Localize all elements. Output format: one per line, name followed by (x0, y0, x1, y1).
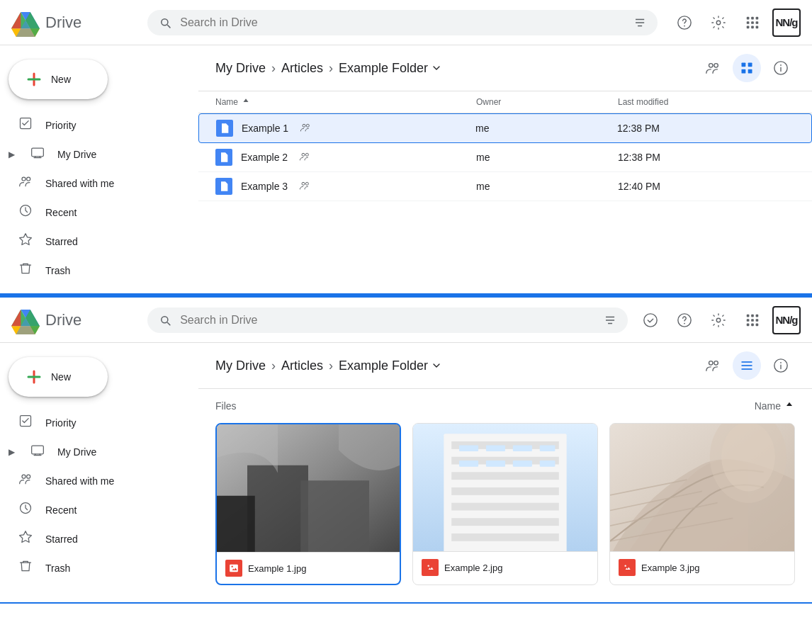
new-button-2[interactable]: New (9, 357, 108, 397)
breadcrumb-articles-2[interactable]: Articles (281, 358, 323, 373)
body-1: New Priority ▶ My Drive Shared with (0, 45, 812, 293)
svg-point-20 (27, 177, 30, 181)
search-bar-1[interactable] (147, 10, 658, 35)
breadcrumb-dropdown-icon-1[interactable] (431, 62, 442, 74)
search-icon-2 (159, 313, 171, 327)
trash-icon-1 (17, 261, 34, 279)
svg-rect-18 (32, 148, 44, 157)
list-view-button-2[interactable] (733, 351, 761, 380)
breadcrumb-bar-1: My Drive › Articles › Example Folder (198, 45, 812, 91)
svg-point-45 (302, 182, 305, 185)
svg-rect-80 (247, 465, 308, 552)
sidebar-item-priority-2[interactable]: Priority (0, 408, 187, 437)
svg-rect-58 (751, 319, 754, 322)
search-bar-2[interactable] (147, 307, 628, 333)
sidebar-item-starred-2[interactable]: Starred (0, 524, 187, 553)
search-input-1[interactable] (180, 16, 625, 29)
file-row-3[interactable]: Example 3 me 12:40 PM (198, 172, 812, 201)
grid-item-2[interactable]: Example 2.jpg (412, 423, 598, 585)
avatar-2[interactable]: NN/g (772, 306, 801, 334)
apps-button-1[interactable] (738, 9, 767, 37)
breadcrumb-sep-3: › (271, 358, 276, 373)
sort-control[interactable]: Name (755, 400, 795, 412)
breadcrumb-dropdown-icon-2[interactable] (431, 360, 442, 371)
breadcrumb-articles-1[interactable]: Articles (281, 61, 323, 76)
jpg-icon-1 (225, 560, 242, 577)
svg-point-36 (306, 124, 309, 127)
header-1: Drive NN/g (0, 0, 812, 45)
sidebar-2: New Priority ▶ My Drive Shared with (0, 343, 198, 602)
shared-icon-1 (17, 174, 34, 192)
sidebar-label-priority-1: Priority (45, 120, 77, 131)
search-icon-1 (159, 16, 171, 30)
svg-rect-82 (217, 496, 255, 552)
info-button-2[interactable] (767, 351, 795, 380)
thumbnail-2 (413, 424, 597, 551)
help-button-1[interactable] (670, 9, 699, 37)
sidebar-item-priority-1[interactable]: Priority (0, 111, 187, 140)
svg-rect-13 (751, 26, 754, 28)
help-button-2[interactable] (670, 306, 699, 334)
settings-button-2[interactable] (704, 306, 733, 334)
svg-point-68 (27, 475, 30, 478)
sidebar-item-trash-1[interactable]: Trash (0, 256, 187, 285)
file-row-1[interactable]: Example 1 me 12:38 PM (198, 113, 812, 143)
grid-view-button-1[interactable] (733, 54, 761, 82)
breadcrumb-mydrive-1[interactable]: My Drive (215, 61, 266, 76)
svg-point-78 (780, 362, 782, 363)
share-folder-button-1[interactable] (699, 54, 727, 82)
avatar-1[interactable]: NN/g (772, 9, 801, 37)
breadcrumb-mydrive-2[interactable]: My Drive (215, 358, 266, 373)
svg-rect-26 (748, 63, 752, 67)
grid-item-1[interactable]: Example 1.jpg (215, 423, 401, 585)
file-name-cell-2: Example 2 (215, 149, 476, 166)
sidebar-item-trash-2[interactable]: Trash (0, 553, 187, 582)
svg-point-35 (303, 124, 305, 127)
grid-item-3[interactable]: Example 3.jpg (609, 423, 795, 585)
sidebar-item-starred-1[interactable]: Starred (0, 227, 187, 256)
svg-point-50 (644, 313, 657, 326)
doc-icon-2 (215, 149, 232, 166)
share-folder-button-2[interactable] (699, 351, 727, 380)
breadcrumb-sep-1: › (271, 61, 276, 76)
file-row-2[interactable]: Example 2 me 12:38 PM (198, 143, 812, 172)
svg-rect-98 (459, 461, 478, 467)
new-button-1[interactable]: New (9, 60, 108, 99)
info-button-1[interactable] (767, 54, 795, 82)
task-button-2[interactable] (636, 306, 665, 334)
files-label: Files (215, 400, 237, 412)
search-input-2[interactable] (180, 314, 595, 327)
svg-rect-27 (742, 69, 746, 74)
svg-point-19 (22, 177, 26, 181)
sidebar-label-trash-2: Trash (45, 563, 70, 574)
jpg-icon-2 (422, 559, 439, 576)
sidebar-item-shared-1[interactable]: Shared with me (0, 169, 187, 198)
trash-icon-2 (17, 559, 34, 577)
sidebar-item-recent-2[interactable]: Recent (0, 495, 187, 524)
filter-icon-2[interactable] (604, 313, 616, 327)
body-2: New Priority ▶ My Drive Shared with (0, 343, 812, 602)
sidebar-item-shared-2[interactable]: Shared with me (0, 466, 187, 495)
app-name-1: Drive (45, 13, 81, 32)
starred-icon-1 (17, 232, 34, 250)
col-name-header-1[interactable]: Name (215, 97, 476, 107)
sidebar-item-mydrive-1[interactable]: ▶ My Drive (0, 140, 187, 169)
svg-rect-54 (747, 314, 750, 317)
sidebar-item-recent-1[interactable]: Recent (0, 198, 187, 227)
apps-button-2[interactable] (738, 306, 767, 334)
svg-rect-8 (756, 16, 759, 19)
svg-rect-59 (756, 319, 759, 322)
svg-marker-22 (20, 234, 32, 245)
breadcrumb-sep-4: › (329, 358, 333, 373)
drive-logo-2 (11, 306, 40, 334)
thumbnail-1 (217, 424, 400, 552)
header-icons-2: NN/g (636, 306, 801, 334)
svg-point-31 (780, 64, 782, 66)
filter-icon-1[interactable] (633, 16, 646, 30)
plus-icon-1 (26, 71, 43, 88)
sidebar-item-mydrive-2[interactable]: ▶ My Drive (0, 437, 187, 466)
grid-filename-1: Example 1.jpg (248, 563, 306, 574)
svg-rect-96 (513, 445, 532, 451)
svg-point-84 (232, 566, 233, 567)
settings-button-1[interactable] (704, 9, 733, 37)
